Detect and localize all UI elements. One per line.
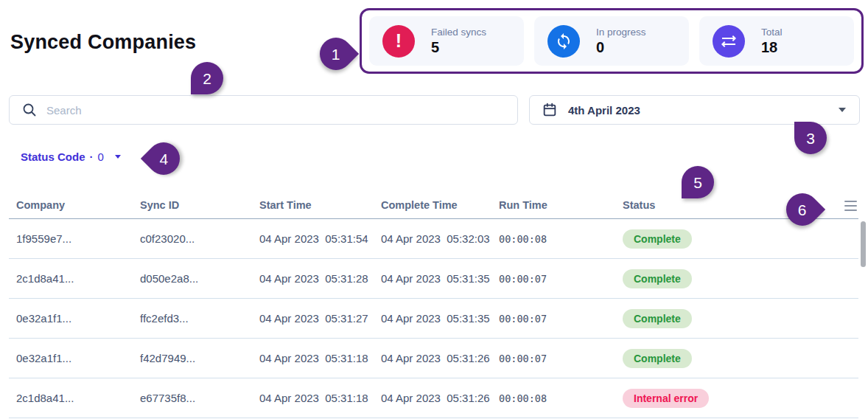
stat-card-in-progress: In progress 0 bbox=[534, 16, 689, 66]
stat-value: 5 bbox=[431, 39, 486, 56]
annotation-marker-5: 5 bbox=[682, 166, 714, 198]
search-icon bbox=[21, 102, 38, 118]
cell-sync-id: f42d7949... bbox=[140, 352, 259, 364]
cell-start-time: 04 Apr 2023 05:31:54 bbox=[259, 232, 381, 245]
cell-run-time: 00:00:08 bbox=[499, 233, 623, 245]
sync-icon bbox=[547, 25, 580, 58]
stat-label: Total bbox=[761, 27, 783, 38]
annotation-marker-1: 1 bbox=[313, 31, 359, 77]
cell-start-time: 04 Apr 2023 05:31:18 bbox=[259, 352, 381, 364]
cell-company: 1f9559e7... bbox=[16, 232, 140, 245]
stat-value: 0 bbox=[596, 39, 646, 56]
cell-sync-id: ffc2efd3... bbox=[140, 312, 259, 325]
column-complete-time: Complete Time bbox=[381, 199, 499, 211]
table-row[interactable]: 1f9559e7... c0f23020... 04 Apr 2023 05:3… bbox=[9, 219, 858, 259]
cell-start-time: 04 Apr 2023 05:31:28 bbox=[259, 272, 381, 285]
stat-label: In progress bbox=[596, 27, 646, 38]
cell-sync-id: d050e2a8... bbox=[140, 272, 259, 285]
status-badge: Complete bbox=[623, 309, 692, 328]
cell-company: 2c1d8a41... bbox=[16, 392, 140, 404]
scrollbar-thumb[interactable] bbox=[861, 221, 866, 267]
separator-dot: · bbox=[90, 150, 94, 163]
column-company: Company bbox=[16, 199, 140, 211]
alert-icon: ! bbox=[382, 25, 415, 58]
chevron-down-icon bbox=[115, 155, 121, 159]
cell-company: 0e32a1f1... bbox=[16, 352, 140, 364]
cell-sync-id: e67735f8... bbox=[140, 392, 259, 404]
status-badge: Complete bbox=[623, 349, 692, 368]
annotation-box-stats: ! Failed syncs 5 In progress 0 Total 18 bbox=[360, 8, 864, 74]
status-code-count: 0 bbox=[98, 150, 104, 163]
cell-complete-time: 04 Apr 2023 05:32:03 bbox=[381, 232, 499, 245]
cell-complete-time: 04 Apr 2023 05:31:35 bbox=[381, 272, 499, 285]
calendar-icon bbox=[542, 102, 558, 118]
status-code-filter[interactable]: Status Code · 0 bbox=[21, 150, 121, 163]
cell-start-time: 04 Apr 2023 05:31:27 bbox=[259, 312, 381, 325]
column-run-time: Run Time bbox=[499, 199, 623, 211]
column-sync-id: Sync ID bbox=[140, 199, 259, 211]
cell-company: 0e32a1f1... bbox=[16, 312, 140, 325]
table-header: Company Sync ID Start Time Complete Time… bbox=[9, 188, 858, 219]
cell-start-time: 04 Apr 2023 05:31:18 bbox=[259, 392, 381, 404]
page-title: Synced Companies bbox=[10, 31, 196, 54]
status-badge: Internal error bbox=[623, 389, 709, 408]
cell-run-time: 00:00:07 bbox=[499, 353, 623, 364]
annotation-marker-2: 2 bbox=[191, 62, 223, 94]
stat-value: 18 bbox=[761, 39, 783, 56]
table-row[interactable]: 0e32a1f1... f42d7949... 04 Apr 2023 05:3… bbox=[9, 339, 858, 378]
table-row[interactable]: 0e32a1f1... ffc2efd3... 04 Apr 2023 05:3… bbox=[9, 299, 858, 339]
annotation-marker-4: 4 bbox=[141, 136, 186, 181]
chevron-down-icon bbox=[839, 108, 846, 112]
cell-complete-time: 04 Apr 2023 05:31:35 bbox=[381, 312, 499, 325]
cell-run-time: 00:00:07 bbox=[499, 313, 623, 325]
transfer-icon bbox=[713, 25, 745, 58]
date-value: 4th April 2023 bbox=[568, 104, 640, 117]
table-row[interactable]: 2c1d8a41... d050e2a8... 04 Apr 2023 05:3… bbox=[9, 259, 858, 299]
cell-company: 2c1d8a41... bbox=[16, 272, 140, 285]
cell-run-time: 00:00:08 bbox=[499, 392, 623, 404]
date-picker[interactable]: 4th April 2023 bbox=[529, 95, 860, 125]
status-badge: Complete bbox=[623, 269, 692, 288]
cell-complete-time: 04 Apr 2023 05:31:26 bbox=[381, 392, 499, 404]
stat-card-failed-syncs: ! Failed syncs 5 bbox=[369, 16, 524, 66]
cell-sync-id: c0f23020... bbox=[140, 232, 259, 245]
search-input[interactable] bbox=[46, 104, 517, 117]
table-menu-icon[interactable] bbox=[844, 201, 857, 211]
status-code-label: Status Code bbox=[21, 150, 85, 163]
cell-complete-time: 04 Apr 2023 05:31:26 bbox=[381, 352, 499, 364]
sync-table: Company Sync ID Start Time Complete Time… bbox=[9, 188, 858, 418]
column-start-time: Start Time bbox=[259, 199, 381, 211]
annotation-marker-3: 3 bbox=[794, 122, 827, 154]
stat-label: Failed syncs bbox=[431, 27, 486, 38]
stat-card-total: Total 18 bbox=[699, 16, 854, 66]
cell-run-time: 00:00:07 bbox=[499, 273, 623, 285]
search-box bbox=[9, 95, 518, 125]
status-badge: Complete bbox=[623, 229, 692, 249]
table-row[interactable]: 2c1d8a41... e67735f8... 04 Apr 2023 05:3… bbox=[9, 378, 858, 418]
